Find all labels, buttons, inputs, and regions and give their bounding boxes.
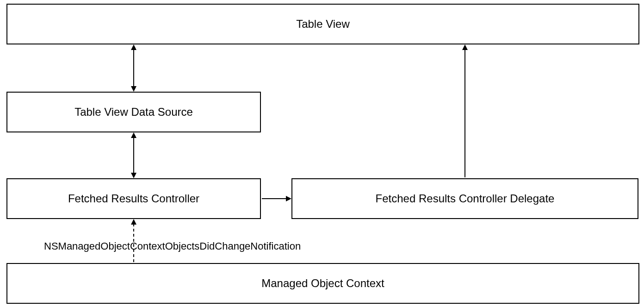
notification-edge-label: NSManagedObjectContextObjectsDidChangeNo… — [44, 240, 301, 252]
tableview-box: Table View — [6, 4, 639, 44]
tableview-label: Table View — [296, 18, 350, 31]
frcdelegate-label: Fetched Results Controller Delegate — [376, 192, 555, 205]
connector-arrows — [0, 0, 644, 307]
frcdelegate-box: Fetched Results Controller Delegate — [291, 178, 638, 219]
datasource-box: Table View Data Source — [6, 92, 261, 132]
architecture-diagram: Table View Table View Data Source Fetche… — [0, 0, 644, 307]
frc-label: Fetched Results Controller — [68, 192, 199, 205]
moc-box: Managed Object Context — [6, 263, 639, 304]
moc-label: Managed Object Context — [261, 277, 384, 290]
datasource-label: Table View Data Source — [74, 106, 193, 119]
frc-box: Fetched Results Controller — [6, 178, 261, 219]
